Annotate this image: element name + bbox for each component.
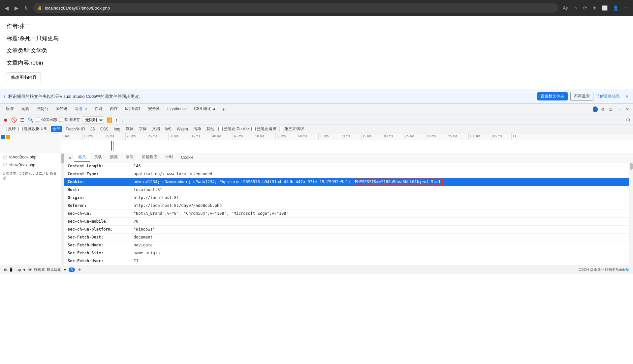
search-icon[interactable]: 🔍	[27, 117, 34, 123]
add-console-button[interactable]: +	[78, 267, 81, 273]
title-line: 标题:杀死一只知更鸟	[7, 35, 626, 42]
devtools-close-icon[interactable]: ✕	[624, 106, 630, 112]
filter-font[interactable]: 字体	[138, 126, 148, 132]
detail-tab-payload[interactable]: 负载	[90, 153, 106, 162]
address-bar[interactable]: 🔒 localhost:81/day07/showBook.php	[33, 3, 558, 13]
filter-icon[interactable]: ☰	[19, 117, 25, 123]
add-tab-button[interactable]: +	[220, 106, 227, 112]
filter-img[interactable]: Img	[112, 126, 122, 132]
network-settings-icon[interactable]: ⚙	[626, 117, 630, 123]
level-dropdown-icon[interactable]: ▼	[63, 268, 67, 272]
third-party-checkbox[interactable]: 第三方请求	[279, 126, 304, 132]
header-name-sec-fetch-dest: Sec-Fetch-Dest:	[68, 235, 134, 239]
header-value-sec-fetch-user: ?1	[134, 259, 626, 263]
edit-book-button[interactable]: 修改图书内容	[7, 72, 41, 82]
nav-refresh-button[interactable]: ↻	[23, 4, 30, 13]
detail-tabs: ✕ 标头 负载 预览 响应 发起程序 计时 Cookie	[64, 153, 633, 162]
tab-application[interactable]: 应用程序	[122, 104, 144, 114]
detail-tab-headers[interactable]: 标头	[74, 153, 90, 162]
nav-back-button[interactable]: ◀	[3, 4, 10, 13]
tab-css-overview[interactable]: CSS 概述 ▲	[191, 104, 219, 114]
tab-performance[interactable]: 性能	[91, 104, 106, 114]
preserve-log-checkbox[interactable]: 保留日志	[36, 117, 57, 123]
header-name-sec-ch-ua-mobile: sec-ch-ua-mobile:	[68, 219, 134, 224]
learn-more-link[interactable]: 了解更多信息	[596, 94, 620, 99]
tab-sources[interactable]: 源代码	[52, 104, 71, 114]
header-name-host: Host:	[68, 187, 134, 192]
info-bar-close[interactable]: ✕	[625, 94, 629, 99]
top-dropdown-icon[interactable]: ▼	[22, 267, 26, 272]
filter-media[interactable]: 媒体	[124, 126, 135, 132]
hide-button[interactable]: 不再显示	[570, 92, 593, 101]
filter-other[interactable]: 其他	[205, 126, 216, 132]
devtools-dock-icon[interactable]: ⊡	[608, 106, 614, 112]
filter-clear[interactable]: 清单	[192, 126, 203, 132]
invert-checkbox[interactable]: 反转	[3, 126, 16, 132]
wifi-icon[interactable]: 📶	[106, 117, 113, 123]
headers-scrollbar[interactable]	[629, 162, 633, 265]
record-icon[interactable]: ⏺	[3, 117, 9, 123]
tab-icon[interactable]: ⬜	[601, 5, 609, 11]
tab-lighthouse[interactable]: Lighthouse	[164, 105, 190, 114]
read-icon[interactable]: Aa	[561, 5, 570, 11]
header-name-sec-ch-ua: sec-ch-ua:	[68, 211, 134, 216]
throttle-select[interactable]: 无限制	[82, 116, 104, 124]
timeline-left-panel	[0, 133, 61, 153]
detail-tab-response[interactable]: 响应	[122, 153, 138, 162]
upload-icon[interactable]: ↑	[115, 117, 118, 123]
header-row-origin: Origin: http://localhost:81	[64, 194, 629, 202]
scroll-thumb[interactable]	[61, 154, 64, 163]
tab-network[interactable]: 网络 ✕	[71, 104, 91, 114]
devtools-more-icon[interactable]: ⋮	[616, 106, 622, 112]
device-icon[interactable]: 📱	[9, 267, 14, 272]
tab-welcome[interactable]: 欢迎	[3, 104, 17, 114]
filter-fetch-xhr[interactable]: Fetch/XHR	[64, 126, 86, 132]
header-row-content-length: Content-Length: 146	[64, 162, 629, 170]
lock-icon: 🔒	[37, 6, 42, 10]
more-icon[interactable]: ⋯	[622, 5, 630, 11]
detail-tab-timing[interactable]: 计时	[161, 153, 177, 162]
headers-scroll-thumb[interactable]	[630, 163, 633, 170]
profile-icon[interactable]: 👤	[612, 5, 620, 11]
detail-tab-cookie[interactable]: Cookie	[177, 154, 197, 162]
filter-js[interactable]: JS	[89, 126, 96, 132]
detail-close-button[interactable]: ✕	[66, 154, 74, 162]
tab-security[interactable]: 安全性	[145, 104, 163, 114]
devtools-settings-icon[interactable]: ⚙	[600, 106, 606, 112]
info-icon: ℹ	[4, 94, 6, 99]
headers-content: Content-Length: 146 Content-Type: applic…	[64, 162, 629, 265]
cookie-main-value: admin=1234; uName=admin; uPwd=1234; Phps…	[134, 180, 353, 184]
download-icon[interactable]: ↓	[120, 117, 124, 123]
hide-data-url-checkbox[interactable]: 隐藏数据 URL	[18, 126, 48, 132]
filter-doc[interactable]: 文档	[151, 126, 161, 132]
set-root-button[interactable]: 设置根文件夹	[537, 92, 568, 100]
filter-all[interactable]: 全部	[51, 126, 62, 132]
nav-forward-button[interactable]: ▶	[13, 4, 20, 13]
file-name-toAddBook: toAddBook.php	[9, 155, 36, 159]
clear-icon[interactable]: 🚫	[11, 117, 17, 123]
tab-console[interactable]: 控制台	[33, 104, 51, 114]
eye-icon[interactable]: 👁	[28, 268, 32, 272]
request-detail: ✕ 标头 负载 预览 响应 发起程序 计时 Cookie Content-Len…	[64, 153, 633, 265]
bookmark-icon[interactable]: ★	[591, 5, 598, 11]
tab-network-close[interactable]: ✕	[85, 107, 87, 111]
star-icon[interactable]: ☆	[572, 5, 579, 11]
tab-memory[interactable]: 内存	[107, 104, 121, 114]
file-item-toAddBook[interactable]: 📄 toAddBook.php	[0, 153, 61, 161]
file-list-scrollbar[interactable]	[61, 153, 64, 265]
blocked-req-checkbox[interactable]: 已阻止请求	[251, 126, 276, 132]
detail-tab-initiator[interactable]: 发起程序	[138, 153, 161, 162]
filter-css[interactable]: CSS	[99, 126, 110, 132]
blocked-cookie-checkbox[interactable]: 已阻止 Cookie	[218, 126, 249, 132]
refresh-icon[interactable]: ⟳	[582, 5, 588, 11]
console-tab-button[interactable]: top ▼	[16, 267, 26, 272]
filter-ws[interactable]: WS	[164, 126, 173, 132]
header-row-content-type: Content-Type: application/x-www-form-url…	[64, 170, 629, 178]
disable-cache-checkbox[interactable]: 禁用缓存	[59, 117, 80, 123]
file-item-showBook[interactable]: 📄 showBook.php	[0, 161, 61, 169]
filter-wasm[interactable]: Wasm	[175, 126, 189, 132]
file-icon-showBook: 📄	[3, 163, 8, 167]
tab-elements[interactable]: 元素	[18, 104, 32, 114]
screen-icon[interactable]: 🖥	[3, 268, 7, 272]
detail-tab-preview[interactable]: 预览	[106, 153, 122, 162]
